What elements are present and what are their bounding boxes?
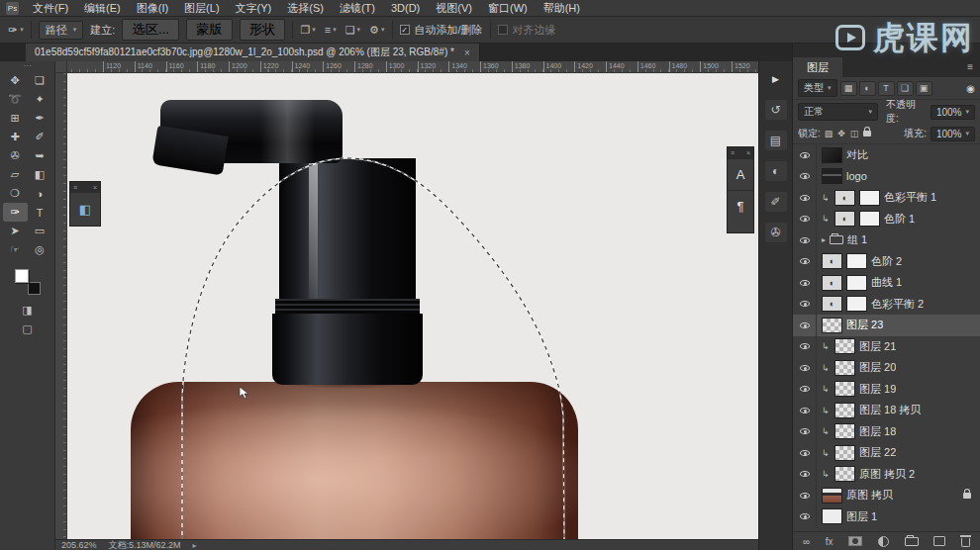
menubar-item[interactable]: 窗口(W)	[480, 0, 536, 17]
layer-name[interactable]: 图层 22	[859, 445, 896, 460]
zoom-tool[interactable]: ◎	[28, 240, 52, 259]
layer-row[interactable]: ↳图层 22	[793, 442, 980, 464]
layer-style-icon[interactable]: fx	[826, 536, 833, 547]
layer-visibility-toggle[interactable]	[793, 357, 817, 379]
character-panel-icon[interactable]: A	[728, 158, 753, 190]
layer-visibility-toggle[interactable]	[793, 166, 817, 188]
blend-mode-select[interactable]: 正常 ▾	[798, 103, 878, 121]
layer-row[interactable]: 图层 23	[793, 315, 980, 336]
vertical-ruler[interactable]	[55, 73, 67, 539]
layer-row[interactable]: ↳图层 21	[793, 336, 980, 358]
layer-row[interactable]: ↳图层 18 拷贝	[793, 400, 980, 421]
opacity-select[interactable]: 100% ▾	[931, 105, 975, 120]
filter-shape-layers-icon[interactable]: ❏	[897, 81, 914, 96]
gradient-tool[interactable]: ◧	[28, 165, 52, 184]
layer-name[interactable]: 色阶 1	[884, 212, 915, 227]
layer-name[interactable]: 原图 拷贝	[846, 488, 893, 503]
layer-row[interactable]: 原图 拷贝	[793, 485, 980, 506]
background-color-swatch[interactable]	[28, 282, 41, 295]
group-expand-caret-icon[interactable]: ▸	[822, 235, 826, 244]
new-group-icon[interactable]	[905, 537, 919, 546]
adjustment-layer-thumbnail[interactable]: ◐	[834, 190, 855, 206]
layer-visibility-toggle[interactable]	[793, 229, 817, 251]
crop-tool[interactable]: ⊞	[3, 109, 28, 128]
layer-row[interactable]: ▸组 1	[793, 229, 980, 251]
layer-row[interactable]: ↳图层 19	[793, 379, 980, 401]
lock-pixels-icon[interactable]: ✥	[837, 129, 845, 138]
menubar-item[interactable]: 编辑(E)	[76, 0, 129, 17]
layer-row[interactable]: 对比	[793, 144, 980, 166]
layer-name[interactable]: 图层 18 拷贝	[859, 403, 921, 417]
shape-tool[interactable]: ▭	[28, 222, 52, 240]
clone-source-panel-icon[interactable]: ✇	[765, 223, 787, 242]
layer-row[interactable]: ↳◐色彩平衡 1	[793, 187, 980, 209]
adjustment-layer-thumbnail[interactable]: ◐	[822, 296, 842, 312]
layer-visibility-toggle[interactable]	[793, 485, 817, 506]
layer-thumbnail[interactable]	[834, 403, 855, 418]
history-brush-tool[interactable]: ➥	[28, 146, 52, 165]
blur-tool[interactable]: ❍	[3, 184, 28, 203]
expand-panels-icon[interactable]: ▶	[765, 69, 787, 89]
layer-visibility-toggle[interactable]	[793, 315, 817, 336]
layer-thumbnail[interactable]	[834, 466, 855, 482]
align-edges-checkbox[interactable]	[498, 25, 508, 35]
layer-visibility-toggle[interactable]	[793, 144, 817, 166]
menubar-item[interactable]: 图层(L)	[176, 0, 227, 17]
move-tool[interactable]: ✥	[3, 71, 28, 90]
layer-name[interactable]: 色阶 2	[871, 254, 902, 269]
panel-menu-icon[interactable]: ≡	[73, 184, 77, 191]
layer-name[interactable]: 图层 21	[859, 339, 896, 354]
make-mask-button[interactable]: 蒙版	[186, 19, 233, 41]
fill-select[interactable]: 100% ▾	[931, 127, 975, 141]
lock-all-icon[interactable]	[863, 131, 871, 137]
layer-name[interactable]: 色彩平衡 2	[871, 297, 924, 312]
layer-row[interactable]: 图层 1	[793, 506, 980, 528]
foreground-color-swatch[interactable]	[15, 269, 29, 283]
eyedropper-tool[interactable]: ✒	[28, 109, 52, 128]
layer-mask-thumbnail[interactable]	[846, 253, 867, 269]
layer-thumbnail[interactable]	[822, 508, 842, 524]
layer-visibility-toggle[interactable]	[793, 400, 817, 421]
hand-tool[interactable]: ☞	[3, 240, 28, 259]
layer-name[interactable]: logo	[846, 170, 867, 182]
dodge-tool[interactable]: ◑	[28, 184, 52, 203]
menubar-item[interactable]: 3D(D)	[383, 0, 428, 17]
lock-position-icon[interactable]: ◫	[850, 129, 859, 138]
layer-mask-thumbnail[interactable]	[859, 211, 880, 227]
menubar-item[interactable]: 文字(Y)	[228, 0, 280, 17]
auto-add-delete-option[interactable]: ✓ 自动添加/删除	[400, 23, 483, 38]
lasso-tool[interactable]: ➰	[3, 90, 28, 109]
path-operations-icon[interactable]: ❐▾	[300, 24, 315, 37]
make-selection-button[interactable]: 选区...	[122, 19, 179, 41]
layer-thumbnail[interactable]	[834, 381, 855, 397]
toolbar-grip[interactable]: ⋯	[24, 62, 32, 70]
filter-type-layers-icon[interactable]: T	[878, 81, 895, 96]
layer-name[interactable]: 原图 拷贝 2	[859, 467, 915, 482]
adjustments-panel-icon[interactable]: ◐	[765, 161, 787, 181]
screen-mode-icon[interactable]: ▢	[22, 322, 32, 335]
layer-name[interactable]: 图层 1	[846, 509, 877, 524]
layer-mask-thumbnail[interactable]	[846, 296, 867, 312]
close-icon[interactable]: ×	[746, 149, 750, 156]
eraser-tool[interactable]: ▱	[3, 165, 28, 184]
new-adjustment-layer-icon[interactable]	[878, 536, 889, 547]
filter-pixel-layers-icon[interactable]: ▦	[840, 81, 857, 96]
layer-row[interactable]: logo	[793, 166, 980, 188]
menubar-item[interactable]: 选择(S)	[279, 0, 332, 17]
layer-thumbnail[interactable]	[834, 360, 855, 376]
type-tool[interactable]: T	[28, 203, 52, 222]
layer-thumbnail[interactable]	[834, 445, 855, 461]
pen-tool[interactable]: ✑	[3, 203, 28, 222]
filter-adjustment-layers-icon[interactable]: ◐	[859, 81, 876, 96]
layer-mask-thumbnail[interactable]	[859, 190, 880, 206]
zoom-level-field[interactable]: 205.62%	[61, 540, 97, 550]
close-icon[interactable]: ×	[93, 184, 97, 191]
layer-visibility-toggle[interactable]	[793, 336, 817, 358]
collapsed-panel-icon[interactable]: ◧	[70, 193, 100, 225]
layer-row[interactable]: ↳图层 18	[793, 421, 980, 443]
horizontal-ruler[interactable]: 1120114011601180120012201240126012801300…	[67, 61, 758, 73]
auto-add-checkbox[interactable]: ✓	[400, 25, 410, 35]
adjustment-layer-thumbnail[interactable]: ◐	[822, 275, 842, 291]
layer-row[interactable]: ↳原图 拷贝 2	[793, 464, 980, 486]
add-layer-mask-icon[interactable]	[848, 536, 862, 546]
